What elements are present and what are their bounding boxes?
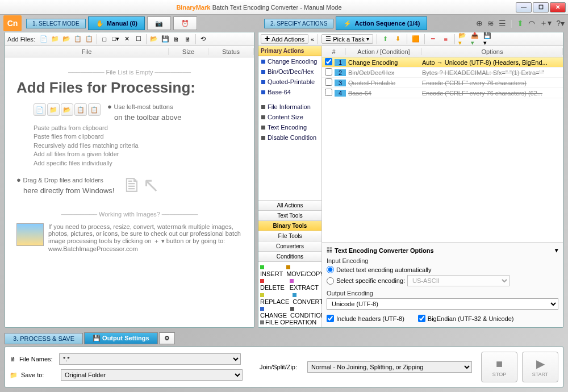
cat-binary-tools[interactable]: Binary Tools bbox=[258, 220, 321, 231]
add-actions-button[interactable]: ✚Add Actions bbox=[261, 34, 308, 44]
output-encoding-select[interactable]: Unicode (UTF-8) bbox=[327, 298, 558, 310]
plus-icon[interactable]: ＋▾ bbox=[540, 18, 552, 28]
cat-base64[interactable]: Base-64 bbox=[258, 87, 321, 97]
tb-icon[interactable]: 🗎 bbox=[183, 34, 193, 44]
filenames-label: File Names: bbox=[19, 356, 56, 362]
row-options: Bytes ? HEXADECIMAL: Sfx=" "(1) Extra="" bbox=[422, 69, 563, 76]
pick-task-button[interactable]: ☰Pick a Task ▾ bbox=[321, 34, 373, 44]
move-down-icon[interactable]: ⬇ bbox=[393, 34, 403, 44]
row-number: 1 bbox=[335, 59, 346, 66]
tb-icon[interactable]: □ bbox=[99, 34, 110, 44]
radio-auto-detect[interactable]: Detect text encoding automatically bbox=[327, 266, 558, 273]
cat-change-encoding[interactable]: Change Encoding bbox=[258, 56, 321, 66]
copy-icon[interactable]: 🟧 bbox=[411, 34, 421, 44]
save-icon: 💾 bbox=[93, 335, 101, 341]
cat-conditions[interactable]: Conditions bbox=[258, 251, 321, 261]
chk-include-headers[interactable]: Include headers (UTF-8) bbox=[327, 315, 404, 322]
tb-icon[interactable]: ☐ bbox=[133, 34, 144, 44]
tab-action-sequence[interactable]: ⚡Action Sequence (1/4) bbox=[336, 16, 427, 30]
plus-icon: ✚ bbox=[265, 35, 270, 43]
radio-specific-encoding[interactable]: Select specific encoding: US-ASCII bbox=[327, 275, 558, 286]
joinsplit-label: Join/Split/Zip: bbox=[260, 364, 304, 370]
tab-output-settings[interactable]: 💾 Output Settings bbox=[84, 332, 158, 344]
tab-camera[interactable]: 📷 bbox=[147, 16, 171, 30]
cat-all-actions[interactable]: All Actions bbox=[258, 200, 321, 210]
save-icon[interactable]: 💾 bbox=[160, 34, 170, 44]
cat-binocthex[interactable]: Bin/Oct/Dec/Hex bbox=[258, 66, 321, 77]
cat-quoted-printable[interactable]: Quoted-Printable bbox=[258, 77, 321, 87]
help-icon[interactable]: ?▾ bbox=[556, 19, 565, 28]
color-legend: INSERTMOVE/COPY DELETEEXTRACT REPLACECON… bbox=[258, 261, 321, 327]
col-status[interactable]: Status bbox=[208, 48, 254, 55]
wifi-icon[interactable]: ◠ bbox=[528, 19, 535, 28]
action-row[interactable]: 4Base-64Encode ("CRLF" every 76 characte… bbox=[322, 88, 563, 98]
hint-icons: 📄📁📂📋📋 bbox=[34, 103, 101, 123]
save-icon[interactable]: 💾▾ bbox=[483, 34, 494, 44]
col-size[interactable]: Size bbox=[169, 48, 208, 55]
add-recursive-icon[interactable]: 📂 bbox=[61, 34, 72, 44]
collapse-icon[interactable]: « bbox=[311, 36, 314, 43]
close-button[interactable]: ✕ bbox=[550, 2, 566, 12]
step-3-process-save[interactable]: 3. PROCESS & SAVE bbox=[5, 333, 83, 344]
upload-icon[interactable]: ⬆ bbox=[517, 19, 524, 28]
list-icon: ☰ bbox=[325, 35, 331, 43]
tab-manual[interactable]: ✋Manual (0) bbox=[88, 16, 145, 30]
action-row[interactable]: 1Change EncodingAuto → Unicode (UTF-8) (… bbox=[322, 57, 563, 68]
saveto-select[interactable]: Original Folder bbox=[61, 369, 243, 381]
row-number: 3 bbox=[335, 80, 346, 86]
tab-gear[interactable]: ⚙ bbox=[159, 332, 175, 344]
row-options: Encode ("CRLF" every 76 characters) (62.… bbox=[422, 90, 563, 97]
joinsplit-select[interactable]: Normal - No Joining, Splitting, or Zippi… bbox=[307, 361, 472, 373]
cat-disable-condition[interactable]: Disable Condition bbox=[258, 132, 321, 143]
action-row[interactable]: 2Bin/Oct/Dec/HexBytes ? HEXADECIMAL: Sfx… bbox=[322, 68, 563, 78]
cat-content-size[interactable]: Content Size bbox=[258, 112, 321, 122]
add-folder-icon[interactable]: 📁 bbox=[50, 34, 60, 44]
cat-text-tools[interactable]: Text Tools bbox=[258, 210, 321, 220]
row-checkbox[interactable] bbox=[325, 78, 332, 86]
tb-icon[interactable]: ⟲ bbox=[198, 34, 208, 44]
tab-clock[interactable]: ⏰ bbox=[173, 16, 197, 30]
step-1-select-mode[interactable]: 1. SELECT MODE bbox=[26, 19, 86, 28]
row-action: Bin/Oct/Dec/Hex bbox=[348, 69, 422, 76]
tb-icon[interactable]: □▾ bbox=[111, 34, 121, 44]
step-2-specify-actions[interactable]: 2. SPECIFY ACTIONS bbox=[264, 19, 333, 28]
specific-encoding-select[interactable]: US-ASCII bbox=[407, 275, 509, 286]
cat-converters[interactable]: Converters bbox=[258, 241, 321, 251]
minimize-button[interactable]: — bbox=[516, 2, 532, 12]
open-icon[interactable]: 📂▾ bbox=[458, 34, 469, 44]
open-folder-icon[interactable]: 📂 bbox=[149, 34, 159, 44]
row-checkbox[interactable] bbox=[325, 89, 332, 96]
filenames-select[interactable]: *.* bbox=[59, 353, 241, 365]
col-file[interactable]: File bbox=[5, 48, 169, 55]
globe-icon[interactable]: ⊕ bbox=[476, 19, 483, 28]
row-checkbox[interactable] bbox=[325, 58, 332, 65]
list-icon[interactable]: ☰ bbox=[499, 19, 506, 28]
paste-files-icon[interactable]: 📋 bbox=[73, 34, 83, 44]
start-button[interactable]: ▶START bbox=[522, 352, 558, 382]
input-encoding-label: Input Encoding bbox=[327, 257, 558, 264]
remove-icon[interactable]: ━ bbox=[428, 34, 438, 44]
chevron-down-icon[interactable]: ▾ bbox=[555, 247, 558, 254]
cat-file-info[interactable]: File Information bbox=[258, 102, 321, 112]
lightning-icon: ⚡ bbox=[343, 19, 352, 28]
chk-bigendian[interactable]: BigEndian (UTF-32 & Unicode) bbox=[418, 315, 514, 322]
empty-heading: Add Files for Processing: bbox=[16, 79, 243, 97]
row-checkbox[interactable] bbox=[325, 68, 332, 76]
add-file-icon[interactable]: 📄 bbox=[39, 34, 49, 44]
stop-button[interactable]: ■STOP bbox=[481, 352, 517, 382]
tb-icon[interactable]: 🗎 bbox=[172, 34, 182, 44]
move-up-icon[interactable]: ⬆ bbox=[381, 34, 391, 44]
cat-text-encoding[interactable]: Text Encoding bbox=[258, 122, 321, 132]
cursor-icon: 🗎↖ bbox=[122, 173, 160, 197]
file-list-pane: Add Files: 📄 📁 📂 📋 📋 □ □▾ ✕ ☐ 📂 💾 🗎 🗎 ⟲ bbox=[5, 32, 254, 328]
maximize-button[interactable]: ☐ bbox=[533, 2, 549, 12]
action-row[interactable]: 3Quoted-PrintableEncode ("CRLF" every 76… bbox=[322, 78, 563, 88]
settings-icon[interactable]: ≋ bbox=[487, 19, 494, 28]
titlebar: BinaryMark Batch Text Encoding Converter… bbox=[0, 0, 568, 15]
paste-paths-icon[interactable]: 📋 bbox=[84, 34, 94, 44]
tb-icon[interactable]: ✕ bbox=[122, 34, 132, 44]
remove-all-icon[interactable]: ≡ bbox=[441, 34, 451, 44]
cat-file-tools[interactable]: File Tools bbox=[258, 231, 321, 241]
import-icon[interactable]: 📥▾ bbox=[471, 34, 481, 44]
row-options: Auto → Unicode (UTF-8) (Headers, BigEnd.… bbox=[422, 59, 563, 66]
